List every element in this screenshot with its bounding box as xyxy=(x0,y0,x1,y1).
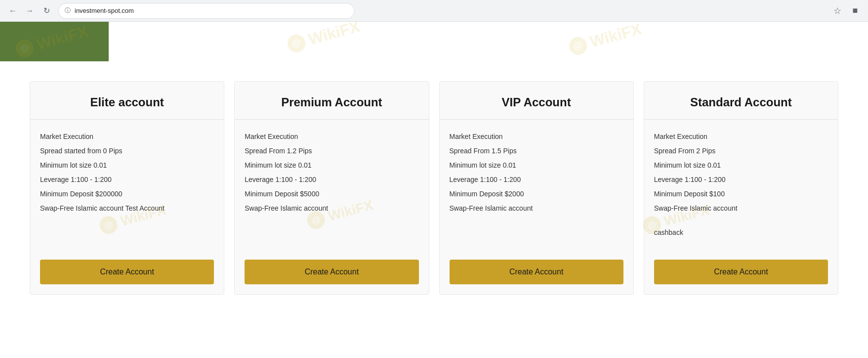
watermark-3: @WikiFX xyxy=(567,22,644,57)
browser-actions: ☆ ■ xyxy=(830,4,862,18)
extensions-button[interactable]: ■ xyxy=(848,4,862,18)
vip-feature-6: Swap-Free Islamic account xyxy=(450,203,623,214)
premium-card-title: Premium Account xyxy=(245,95,418,109)
nav-buttons: ← → ↻ xyxy=(6,4,53,18)
vip-feature-2: Spread From 1.5 Pips xyxy=(450,146,623,156)
elite-feature-1: Market Execution xyxy=(40,132,214,142)
page-content: @WikiFX @WikiFX @WikiFX @WikiFX @WikiFX … xyxy=(0,22,868,358)
standard-account-card: Standard Account Market Execution Spread… xyxy=(644,81,838,295)
address-bar-lock-icon: ⓘ xyxy=(65,6,71,15)
standard-feature-spacer xyxy=(654,218,828,224)
premium-feature-6: Swap-Free Islamic account xyxy=(245,203,418,214)
vip-feature-1: Market Execution xyxy=(450,132,623,142)
vip-card-title: VIP Account xyxy=(450,95,623,109)
standard-card-body: Market Execution Spread From 2 Pips Mini… xyxy=(644,120,838,250)
vip-account-card: VIP Account Market Execution Spread From… xyxy=(439,81,634,295)
premium-feature-1: Market Execution xyxy=(245,132,418,142)
premium-feature-5: Minimum Deposit $5000 xyxy=(245,189,418,199)
premium-account-card: Premium Account Market Execution Spread … xyxy=(234,81,429,295)
premium-feature-4: Leverage 1:100 - 1:200 xyxy=(245,175,418,185)
premium-feature-3: Minimum lot size 0.01 xyxy=(245,160,418,171)
standard-card-title: Standard Account xyxy=(654,95,828,109)
vip-card-body: Market Execution Spread From 1.5 Pips Mi… xyxy=(440,120,633,250)
back-button[interactable]: ← xyxy=(6,4,20,18)
cards-grid: Elite account Market Execution Spread st… xyxy=(30,81,838,295)
vip-feature-4: Leverage 1:100 - 1:200 xyxy=(450,175,623,185)
elite-feature-2: Spread started from 0 Pips xyxy=(40,146,214,156)
refresh-button[interactable]: ↻ xyxy=(40,4,53,18)
standard-card-header: Standard Account xyxy=(644,82,838,120)
vip-feature-3: Minimum lot size 0.01 xyxy=(450,160,623,171)
vip-feature-5: Minimum Deposit $2000 xyxy=(450,189,623,199)
browser-chrome: ← → ↻ ⓘ investment-spot.com ☆ ■ xyxy=(0,0,868,22)
forward-button[interactable]: → xyxy=(23,4,37,18)
premium-card-body: Market Execution Spread From 1.2 Pips Mi… xyxy=(235,120,428,250)
standard-create-account-button[interactable]: Create Account xyxy=(654,260,828,284)
standard-feature-6: Swap-Free Islamic account xyxy=(654,203,828,214)
elite-card-body: Market Execution Spread started from 0 P… xyxy=(30,120,224,250)
standard-feature-3: Minimum lot size 0.01 xyxy=(654,160,828,171)
top-banner xyxy=(0,22,109,61)
elite-feature-4: Leverage 1:100 - 1:200 xyxy=(40,175,214,185)
standard-feature-1: Market Execution xyxy=(654,132,828,142)
elite-feature-6: Swap-Free Islamic account Test Account xyxy=(40,203,214,214)
standard-feature-4: Leverage 1:100 - 1:200 xyxy=(654,175,828,185)
premium-create-account-button[interactable]: Create Account xyxy=(245,260,418,284)
premium-card-header: Premium Account xyxy=(235,82,428,120)
premium-feature-2: Spread From 1.2 Pips xyxy=(245,146,418,156)
premium-card-footer: Create Account xyxy=(235,250,428,294)
vip-create-account-button[interactable]: Create Account xyxy=(450,260,623,284)
address-bar[interactable]: ⓘ investment-spot.com xyxy=(58,3,355,19)
standard-feature-2: Spread From 2 Pips xyxy=(654,146,828,156)
elite-card-footer: Create Account xyxy=(30,250,224,294)
elite-account-card: Elite account Market Execution Spread st… xyxy=(30,81,224,295)
elite-feature-3: Minimum lot size 0.01 xyxy=(40,160,214,171)
vip-card-header: VIP Account xyxy=(440,82,633,120)
vip-card-footer: Create Account xyxy=(440,250,633,294)
standard-feature-7: cashback xyxy=(654,227,828,238)
standard-card-footer: Create Account xyxy=(644,250,838,294)
address-url: investment-spot.com xyxy=(75,7,134,14)
elite-create-account-button[interactable]: Create Account xyxy=(40,260,214,284)
main-section: Elite account Market Execution Spread st… xyxy=(0,61,868,314)
standard-feature-5: Minimum Deposit $100 xyxy=(654,189,828,199)
elite-feature-5: Minimum Deposit $200000 xyxy=(40,189,214,199)
elite-card-header: Elite account xyxy=(30,82,224,120)
watermark-2: @WikiFX xyxy=(286,22,362,54)
elite-card-title: Elite account xyxy=(40,95,214,109)
bookmark-button[interactable]: ☆ xyxy=(830,4,844,18)
